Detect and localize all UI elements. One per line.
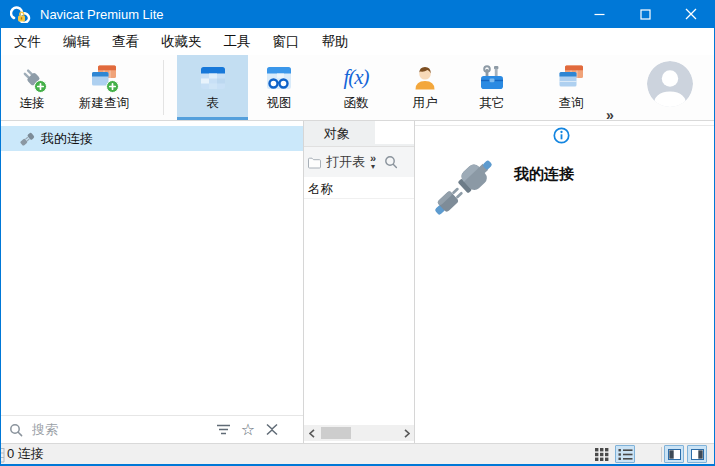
- window-controls: [576, 0, 714, 28]
- connection-item[interactable]: 我的连接: [426, 151, 574, 225]
- menu-item-tools[interactable]: 工具: [213, 28, 262, 55]
- close-button[interactable]: [668, 0, 714, 28]
- ent-badge: Ent: [0, 457, 1, 465]
- toolbar-view-button[interactable]: 视图: [248, 55, 310, 120]
- collapse-all-icon[interactable]: [265, 423, 279, 436]
- toolbar-button-label: 函数: [344, 95, 369, 112]
- toolbox-icon: [477, 61, 507, 94]
- search-bar-actions: ☆: [216, 423, 279, 437]
- toolbar-other-button[interactable]: 其它: [461, 55, 523, 120]
- toolbar-button-label: 表: [206, 95, 219, 112]
- favorites-star-icon[interactable]: ☆: [241, 423, 255, 437]
- sort-icon[interactable]: [216, 424, 231, 435]
- toolbar-query-button[interactable]: 查询: [539, 55, 603, 120]
- user-icon: [410, 61, 440, 94]
- toolbar-button-label: 视图: [267, 95, 292, 112]
- menu-item-window[interactable]: 窗口: [262, 28, 311, 55]
- horizontal-scrollbar[interactable]: [304, 425, 414, 441]
- toolbar-button-label: 用户: [413, 95, 438, 112]
- statusbar: 0 连接: [1, 443, 714, 464]
- toolbar-button-label: 连接: [20, 95, 45, 112]
- new-query-add-icon: [89, 61, 119, 94]
- statusbar-separator: [661, 447, 662, 462]
- tree-item-my-connection[interactable]: 我的连接: [1, 126, 303, 151]
- er-diagram-icon[interactable]: Ent: [0, 446, 7, 465]
- tree-search-bar: ☆: [1, 415, 303, 443]
- scroll-left-arrow-icon[interactable]: [304, 429, 319, 438]
- connection-plug-add-icon: [17, 61, 47, 94]
- query-icon: [556, 61, 586, 94]
- maximize-button[interactable]: [622, 0, 668, 28]
- tree-item-label: 我的连接: [41, 130, 93, 148]
- toolbar-connection-button[interactable]: 连接: [3, 55, 61, 120]
- big-plug-icon: [426, 151, 502, 225]
- toolbar-user-button[interactable]: 用户: [393, 55, 457, 120]
- main-area: 我的连接 ☆: [1, 121, 714, 443]
- grid-view-icon[interactable]: [594, 445, 610, 464]
- objects-toolbar: 打开表 » ▾: [304, 147, 414, 177]
- open-table-button[interactable]: 打开表: [326, 153, 365, 171]
- search-input[interactable]: [32, 422, 207, 437]
- menubar: 文件 编辑 查看 收藏夹 工具 窗口 帮助: [1, 28, 714, 55]
- user-avatar[interactable]: [647, 61, 693, 107]
- tab-objects[interactable]: 对象: [324, 121, 350, 146]
- info-icon[interactable]: [553, 127, 570, 144]
- navicat-window: Navicat Premium Lite 文件 编辑 查看 收藏夹 工具 窗口 …: [0, 0, 715, 466]
- connection-plug-icon: [19, 131, 35, 146]
- navicat-logo-icon: [10, 5, 32, 23]
- titlebar: Navicat Premium Lite: [1, 0, 714, 28]
- objects-panel: 对象 打开表 » ▾: [304, 121, 415, 443]
- toolbar-separator: [163, 60, 164, 115]
- menu-item-file[interactable]: 文件: [3, 28, 52, 55]
- view-icon: [264, 61, 294, 94]
- open-table-dropdown-arrow-icon[interactable]: ▾: [371, 163, 375, 171]
- scrollbar-track[interactable]: [319, 425, 399, 441]
- folder-icon: [307, 156, 322, 169]
- objects-search-icon[interactable]: [384, 155, 398, 169]
- scrollbar-thumb[interactable]: [321, 427, 351, 439]
- window-title: Navicat Premium Lite: [40, 7, 164, 22]
- list-view-icon[interactable]: [615, 445, 635, 463]
- toolbar-function-button[interactable]: f(x) 函数: [321, 55, 391, 120]
- scroll-right-arrow-icon[interactable]: [399, 429, 414, 438]
- toolbar-button-label: 其它: [480, 95, 505, 112]
- menu-item-favorites[interactable]: 收藏夹: [150, 28, 213, 55]
- toolbar: 连接 新建查询: [1, 55, 714, 121]
- connection-overview-panel: 我的连接: [415, 121, 714, 443]
- menu-item-view[interactable]: 查看: [101, 28, 150, 55]
- connection-name-label: 我的连接: [514, 165, 574, 184]
- toolbar-table-button[interactable]: 表: [177, 55, 248, 120]
- menu-item-help[interactable]: 帮助: [311, 28, 360, 55]
- minimize-button[interactable]: [576, 0, 622, 28]
- toolbar-button-label: 新建查询: [79, 95, 129, 112]
- tab-blank-area: [375, 121, 414, 144]
- objects-tab-bar: 对象: [304, 121, 414, 147]
- panel-divider: [415, 125, 714, 126]
- toolbar-new-query-button[interactable]: 新建查询: [61, 55, 147, 120]
- open-table-controls: » ▾: [367, 154, 379, 171]
- menu-item-edit[interactable]: 编辑: [52, 28, 101, 55]
- connections-tree-panel: 我的连接 ☆: [1, 121, 304, 443]
- name-column-header[interactable]: 名称: [304, 177, 414, 199]
- right-pane-toggle-icon[interactable]: [687, 445, 707, 463]
- toolbar-button-label: 查询: [559, 95, 584, 112]
- search-icon: [9, 423, 23, 437]
- connection-count-status: 0 连接: [7, 445, 44, 463]
- function-fx-icon: f(x): [343, 61, 368, 94]
- left-pane-toggle-icon[interactable]: [664, 445, 684, 463]
- table-icon: [198, 61, 228, 94]
